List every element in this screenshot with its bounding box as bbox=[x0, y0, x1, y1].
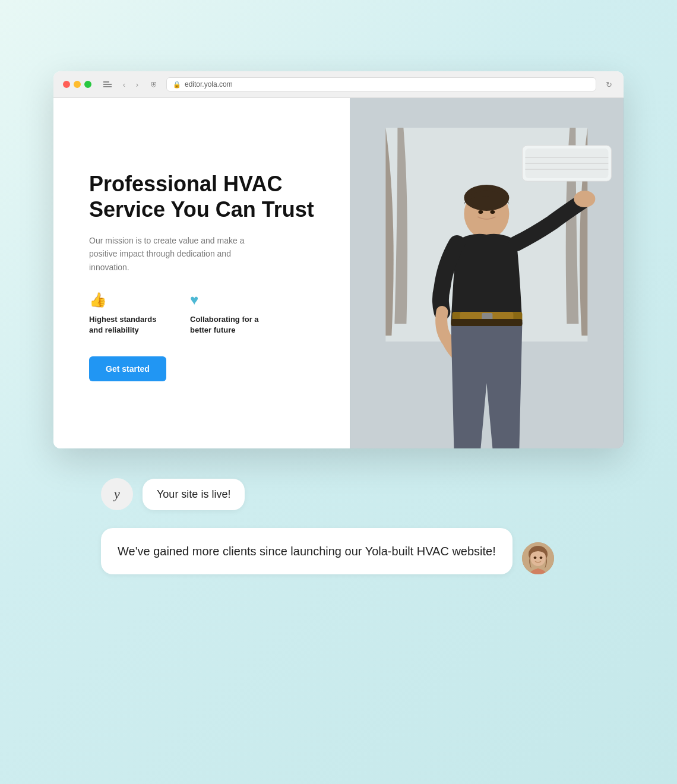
user-avatar bbox=[522, 542, 554, 574]
nav-arrows: ‹ › bbox=[119, 79, 143, 90]
url-text: editor.yola.com bbox=[185, 80, 233, 88]
refresh-button[interactable]: ↻ bbox=[603, 79, 614, 90]
website-preview: Professional HVAC Service You Can Trust … bbox=[53, 98, 624, 448]
minimize-button[interactable] bbox=[74, 81, 81, 88]
heart-icon: ♥ bbox=[190, 292, 267, 308]
hero-description: Our mission is to create value and make … bbox=[89, 234, 255, 274]
chat-section: y Your site is live! We've gained more c… bbox=[53, 448, 624, 604]
technician-illustration bbox=[350, 98, 624, 448]
system-message-row: y Your site is live! bbox=[101, 478, 576, 510]
address-bar[interactable]: 🔒 editor.yola.com bbox=[166, 77, 596, 91]
svg-point-24 bbox=[539, 557, 542, 559]
feature-item-2: ♥ Collaborating for a better future bbox=[190, 292, 267, 336]
svg-point-9 bbox=[479, 210, 483, 214]
forward-button[interactable]: › bbox=[132, 79, 143, 90]
svg-point-10 bbox=[491, 210, 495, 214]
thumbs-up-icon: 👍 bbox=[89, 292, 166, 308]
yola-avatar: y bbox=[101, 478, 133, 510]
user-message-row: We've gained more clients since launchin… bbox=[101, 528, 576, 574]
svg-rect-19 bbox=[451, 319, 523, 326]
svg-point-11 bbox=[574, 191, 596, 207]
browser-toolbar: ‹ › ⛨ 🔒 editor.yola.com ↻ bbox=[53, 71, 624, 98]
hvac-technician-image: Unsplash+ Unsplash+ Unsplash+ Unsplash+ … bbox=[350, 98, 624, 448]
maximize-button[interactable] bbox=[84, 81, 91, 88]
traffic-lights bbox=[63, 81, 91, 88]
lock-icon: 🔒 bbox=[173, 81, 181, 88]
browser-window: ‹ › ⛨ 🔒 editor.yola.com ↻ Professional H… bbox=[53, 71, 624, 448]
features-row: 👍 Highest standards and reliability ♥ Co… bbox=[89, 292, 320, 336]
feature-2-label: Collaborating for a better future bbox=[190, 314, 267, 336]
user-message-bubble: We've gained more clients since launchin… bbox=[101, 528, 513, 574]
close-button[interactable] bbox=[63, 81, 70, 88]
security-icon: ⛨ bbox=[150, 80, 159, 89]
feature-1-label: Highest standards and reliability bbox=[89, 314, 166, 336]
get-started-button[interactable]: Get started bbox=[89, 356, 166, 381]
svg-point-23 bbox=[533, 557, 536, 559]
hero-image-panel: Unsplash+ Unsplash+ Unsplash+ Unsplash+ … bbox=[350, 98, 624, 448]
sidebar-toggle-button[interactable] bbox=[103, 81, 112, 87]
feature-item-1: 👍 Highest standards and reliability bbox=[89, 292, 166, 336]
hero-title: Professional HVAC Service You Can Trust bbox=[89, 171, 320, 222]
back-button[interactable]: ‹ bbox=[119, 79, 129, 90]
system-message-bubble: Your site is live! bbox=[143, 479, 245, 510]
hero-left-panel: Professional HVAC Service You Can Trust … bbox=[53, 98, 350, 448]
